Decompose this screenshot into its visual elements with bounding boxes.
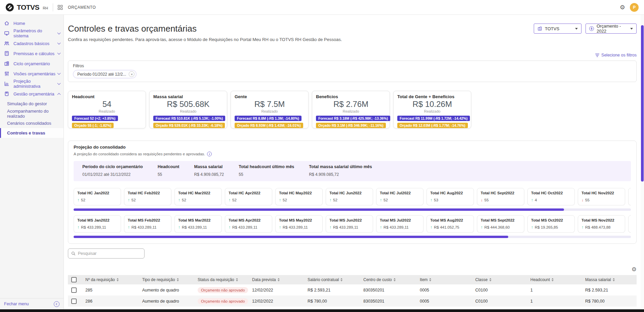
summary-label: Massa salarial <box>194 164 224 169</box>
sort-icon[interactable] <box>613 278 615 281</box>
page-scrollbar[interactable] <box>641 15 644 309</box>
sidebar-subitem-cenarios[interactable]: Cenários consolidados <box>0 118 64 128</box>
company-select[interactable]: TOTVS <box>534 24 581 34</box>
month-card-value: R$ 433.289,11 <box>232 225 257 229</box>
cell-tipo: Aumento de quadro <box>141 299 196 304</box>
month-card-label: Total HC Jul2022 <box>380 191 420 195</box>
table-settings-gear-icon[interactable]: ⚙ <box>632 267 637 272</box>
sidebar-subitem-label: Simulação do gestor <box>7 101 47 106</box>
sort-icon[interactable] <box>489 278 491 281</box>
chevron-up-icon <box>57 93 61 96</box>
sort-icon[interactable] <box>552 278 554 281</box>
month-card-label: Total MS Nov2022 <box>581 218 621 222</box>
hc-month-card: Total HC Sept2022 55 <box>477 188 524 205</box>
status-badge: Orçamento não aprovado <box>198 298 248 304</box>
budget-select[interactable]: $ Orçamento - 2022 <box>586 24 637 34</box>
month-card-label: Total HC Jun2022 <box>329 191 369 195</box>
sidebar-item-home[interactable]: Home <box>0 18 64 28</box>
trend-arrow-icon <box>279 198 281 202</box>
month-card-label: Total HC Nov2022 <box>581 191 621 195</box>
sidebar-item-gestao[interactable]: Gestão orçamentária <box>0 89 64 99</box>
hc-month-card: Total HC May2022 52 <box>275 188 323 205</box>
totvs-logo-icon <box>5 3 14 12</box>
table-row[interactable]: 286 Aumento de quadro Orçamento não apro… <box>68 296 637 307</box>
kpi-card-massa-salarial: Massa salarial R$ 505.68K Realizado Fore… <box>149 91 227 128</box>
select-filters-link[interactable]: Selecione os filtros <box>595 53 637 57</box>
row-checkbox[interactable] <box>71 287 77 293</box>
sort-icon[interactable] <box>278 278 280 281</box>
company-select-value: TOTVS <box>545 26 559 31</box>
sort-icon[interactable] <box>429 278 431 281</box>
search-input[interactable] <box>78 251 141 256</box>
trend-arrow-icon <box>581 198 583 202</box>
settings-gear-icon[interactable]: ⚙ <box>620 4 625 10</box>
sidebar-item-label: Parâmetros do sistema <box>13 28 58 38</box>
month-card-value: 52 <box>81 198 85 202</box>
sidebar-item-parametros[interactable]: Parâmetros do sistema <box>0 28 64 38</box>
kpi-title: Massa salarial <box>153 94 223 99</box>
collapse-menu-label: Fechar menu <box>4 302 29 306</box>
month-card-label: Total HC Feb2022 <box>128 191 168 195</box>
topbar-divider <box>53 3 53 11</box>
sidebar-item-cadastros[interactable]: Cadastros básicos <box>0 38 64 48</box>
trend-arrow-icon <box>77 198 79 202</box>
app-label[interactable]: ORÇAMENTO <box>68 5 96 10</box>
summary-value: R$ 4.909.085,72 <box>309 172 372 177</box>
kpi-value: R$ 2.76M <box>316 100 386 109</box>
summary-label: Headcount <box>158 164 179 169</box>
month-card-label: Total MS May2022 <box>279 218 319 222</box>
bar-chart-icon <box>4 81 9 86</box>
month-card-value: 52 <box>333 198 337 202</box>
column-header: Status da requisição <box>198 277 234 282</box>
sidebar-item-ciclo[interactable]: Ciclo orçamentário <box>0 58 64 69</box>
month-card-label: Total HC Aug2022 <box>430 191 470 195</box>
hc-month-card: Total HC Mar2022 52 <box>174 188 222 205</box>
row-checkbox[interactable] <box>71 299 77 304</box>
ms-month-card: Total MS Sept2022 R$ 444.368,60 <box>477 215 524 233</box>
monitor-icon <box>4 31 9 36</box>
sliders-icon <box>4 71 9 76</box>
sidebar-subitem-simulacao[interactable]: Simulação do gestor <box>0 99 64 109</box>
trend-arrow-icon <box>178 198 180 202</box>
consolidado-title: Projeção do consolidado <box>74 145 631 150</box>
info-icon[interactable]: i <box>207 152 212 156</box>
collapse-menu-button[interactable]: Fechar menu <box>0 298 64 309</box>
select-all-checkbox[interactable] <box>71 277 77 282</box>
column-header: Classe <box>475 277 488 282</box>
sidebar-item-premissas[interactable]: Premissas e cálculos <box>0 48 64 58</box>
scrollbar-thumb[interactable] <box>641 25 644 182</box>
sidebar-subitem-controles[interactable]: Controles e travas <box>0 128 64 138</box>
hc-month-card: Total HC Aug2022 53 <box>427 188 474 205</box>
kpi-value: R$ 505.68K <box>153 100 223 109</box>
sort-icon[interactable] <box>117 278 119 281</box>
table-row[interactable]: 285 Aumento de quadro Orçamento não apro… <box>68 284 637 296</box>
column-header: Massa salarial <box>585 277 611 282</box>
month-card-label: Total MS Mar2022 <box>178 218 218 222</box>
totvs-logo[interactable]: TOTVS RH <box>5 3 48 12</box>
forecast-badge: Forecast R$ 3.18M (-R$ 425.98K; -13.36%) <box>316 116 390 121</box>
month-card-value: R$ 433.289,11 <box>333 225 358 229</box>
apps-grid-icon[interactable] <box>58 5 63 10</box>
ms-month-card: Total MS Mar2022 R$ 433.289,11 <box>174 215 222 233</box>
month-card-label: Total MS Sept2022 <box>481 218 521 222</box>
month-card-label: Total MS Aug2022 <box>430 218 470 222</box>
month-card-value: 53 <box>434 198 438 202</box>
orcado-badge: Orçado R$ 12.03M (-R$ 1.77M; -14.76%) <box>397 123 468 128</box>
chevron-down-icon <box>57 51 61 55</box>
month-card-label: Total MS Jan2022 <box>77 218 117 222</box>
period-filter-chip[interactable]: Período 01/2022 até 12/2... × <box>73 70 136 78</box>
user-avatar[interactable]: P <box>630 3 639 12</box>
sidebar-item-visoes[interactable]: Visões orçamentárias <box>0 69 64 79</box>
sort-icon[interactable] <box>340 278 343 281</box>
hc-row-scrollbar[interactable] <box>74 208 631 211</box>
sort-icon[interactable] <box>177 278 179 281</box>
column-header: Data prevista <box>252 277 276 282</box>
sidebar-item-projecao[interactable]: Projeção administrativa <box>0 79 64 89</box>
hc-month-card: Total HC Nov2022 55 <box>578 188 625 205</box>
sidebar: Home Parâmetros do sistema Cadastros bás… <box>0 15 64 309</box>
sort-icon[interactable] <box>236 278 238 281</box>
ms-row-scrollbar[interactable] <box>74 236 631 238</box>
sidebar-subitem-acompanhamento[interactable]: Acompanhamento do realizado <box>0 109 64 118</box>
close-icon[interactable]: × <box>129 71 134 77</box>
sort-icon[interactable] <box>394 278 396 281</box>
